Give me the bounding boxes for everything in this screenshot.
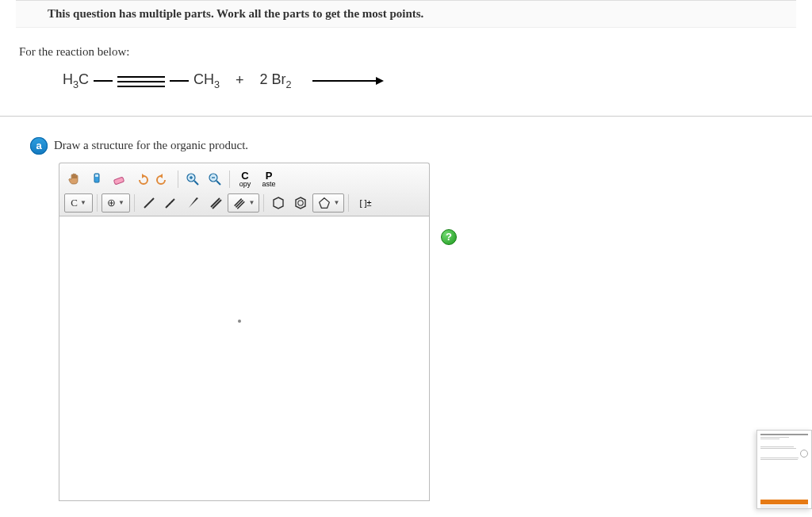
svg-point-13 bbox=[169, 203, 170, 205]
reaction-equation: H3C CH3 + 2 Br2 bbox=[19, 71, 812, 90]
editor-toolbar: Copy Paste C▼ ⊕▼ bbox=[59, 163, 430, 216]
atom-dropdown[interactable]: C▼ bbox=[64, 193, 93, 213]
question-prompt: For the reaction below: H3C CH3 + 2 Br2 bbox=[0, 28, 812, 117]
svg-marker-21 bbox=[296, 197, 305, 209]
double-bond-icon[interactable] bbox=[205, 193, 226, 213]
chain-bond-icon[interactable] bbox=[161, 193, 182, 213]
help-button[interactable]: ? bbox=[441, 229, 457, 245]
svg-marker-20 bbox=[274, 197, 283, 209]
floating-page-preview[interactable] bbox=[756, 430, 812, 501]
hand-tool-icon[interactable] bbox=[64, 170, 85, 189]
chevron-down-icon: ▼ bbox=[249, 199, 255, 206]
svg-line-8 bbox=[216, 181, 220, 185]
chevron-down-icon: ▼ bbox=[118, 199, 124, 206]
cursor-indicator bbox=[238, 320, 241, 323]
ring-dropdown[interactable]: ▼ bbox=[312, 193, 344, 213]
benzene-icon[interactable] bbox=[290, 193, 311, 213]
bond-left bbox=[94, 80, 113, 82]
add-dropdown[interactable]: ⊕▼ bbox=[102, 193, 130, 213]
triple-bond-dropdown[interactable]: ▼ bbox=[228, 193, 259, 213]
chevron-down-icon: ▼ bbox=[80, 199, 86, 206]
chevron-down-icon: ▼ bbox=[334, 199, 340, 206]
copy-button[interactable]: Copy bbox=[234, 168, 256, 190]
zoom-in-icon[interactable] bbox=[182, 170, 203, 189]
paste-button[interactable]: Paste bbox=[258, 168, 280, 190]
drawing-canvas[interactable] bbox=[59, 216, 430, 501]
cyclohexane-icon[interactable] bbox=[268, 193, 289, 213]
zoom-out-icon[interactable] bbox=[205, 170, 225, 189]
part-instruction: Draw a structure for the organic product… bbox=[54, 139, 248, 152]
bond-right bbox=[170, 80, 189, 82]
prompt-intro: For the reaction below: bbox=[19, 45, 812, 65]
redo-icon[interactable] bbox=[153, 170, 174, 189]
svg-point-12 bbox=[167, 205, 168, 207]
charge-brackets-button[interactable]: [ ]± bbox=[353, 193, 378, 213]
reaction-arrow bbox=[312, 77, 384, 85]
instructions-banner: This question has multiple parts. Work a… bbox=[16, 0, 796, 28]
svg-rect-2 bbox=[113, 177, 124, 185]
svg-point-22 bbox=[298, 200, 303, 205]
svg-marker-23 bbox=[319, 197, 329, 208]
undo-icon[interactable] bbox=[131, 170, 151, 189]
svg-rect-1 bbox=[95, 174, 98, 177]
part-badge-a: a bbox=[30, 137, 48, 155]
selection-tool-icon[interactable] bbox=[86, 170, 107, 189]
svg-line-4 bbox=[194, 181, 198, 185]
single-bond-icon[interactable] bbox=[139, 193, 159, 213]
wedge-bond-icon[interactable] bbox=[183, 193, 204, 213]
eraser-tool-icon[interactable] bbox=[109, 170, 129, 189]
svg-point-14 bbox=[171, 201, 173, 202]
structure-editor: Copy Paste C▼ ⊕▼ bbox=[59, 163, 430, 501]
svg-line-10 bbox=[144, 198, 154, 208]
